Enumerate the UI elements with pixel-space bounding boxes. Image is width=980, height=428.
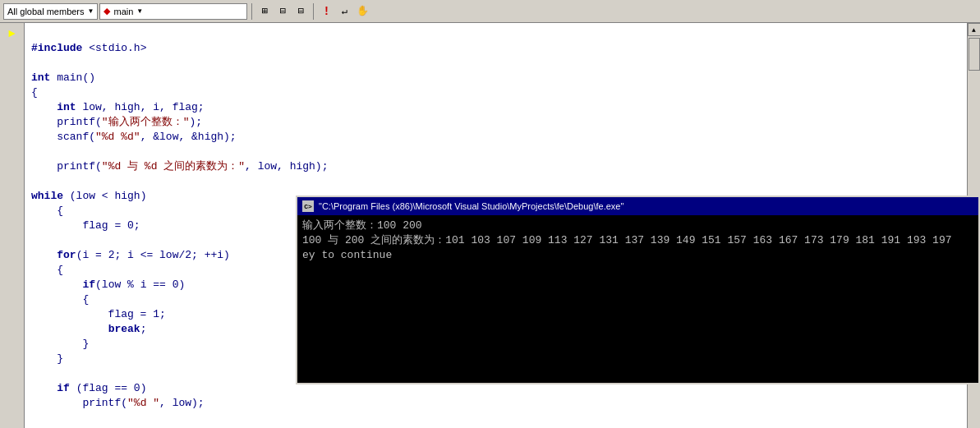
- function-dropdown[interactable]: ◆ main ▼: [99, 3, 247, 20]
- console-icon: C>: [302, 200, 314, 212]
- hand-icon[interactable]: ✋: [354, 3, 370, 20]
- line-numbers: ►: [0, 23, 25, 428]
- function-label: main: [113, 7, 133, 16]
- console-line-3: ey to continue: [302, 248, 973, 263]
- grid-icon[interactable]: ⊞: [256, 3, 273, 20]
- global-members-label: All global members: [7, 7, 85, 16]
- toolbar: All global members ▼ ◆ main ▼ ⊞ ⊟ ⊟ ! ↵ …: [0, 0, 980, 23]
- arrow-icon[interactable]: ↵: [336, 3, 352, 20]
- warning-icon[interactable]: !: [318, 3, 334, 20]
- console-titlebar: C> "C:\Program Files (x86)\Microsoft Vis…: [297, 197, 978, 215]
- diamond-icon: ◆: [104, 6, 110, 16]
- editor-container: ► #include <stdio.h> int main() { int lo…: [0, 23, 980, 428]
- scroll-up-button[interactable]: ▲: [968, 23, 981, 36]
- console-line-1: 输入两个整数：100 200: [302, 219, 973, 233]
- console-window: C> "C:\Program Files (x86)\Microsoft Vis…: [296, 196, 980, 384]
- separator2: [313, 3, 314, 20]
- bookmark2-icon[interactable]: ⊟: [292, 3, 309, 20]
- breakpoint-arrow: ►: [0, 26, 24, 41]
- bookmark-icon[interactable]: ⊟: [274, 3, 291, 20]
- dropdown2-arrow: ▼: [136, 7, 143, 15]
- global-members-dropdown[interactable]: All global members ▼: [3, 3, 98, 20]
- console-line-2: 100 与 200 之间的素数为：101 103 107 109 113 127…: [302, 233, 973, 248]
- console-body: 输入两个整数：100 200 100 与 200 之间的素数为：101 103 …: [297, 215, 978, 383]
- scroll-thumb[interactable]: [968, 38, 980, 71]
- separator1: [251, 3, 252, 20]
- dropdown1-arrow: ▼: [88, 7, 94, 15]
- console-title: "C:\Program Files (x86)\Microsoft Visual…: [319, 201, 973, 211]
